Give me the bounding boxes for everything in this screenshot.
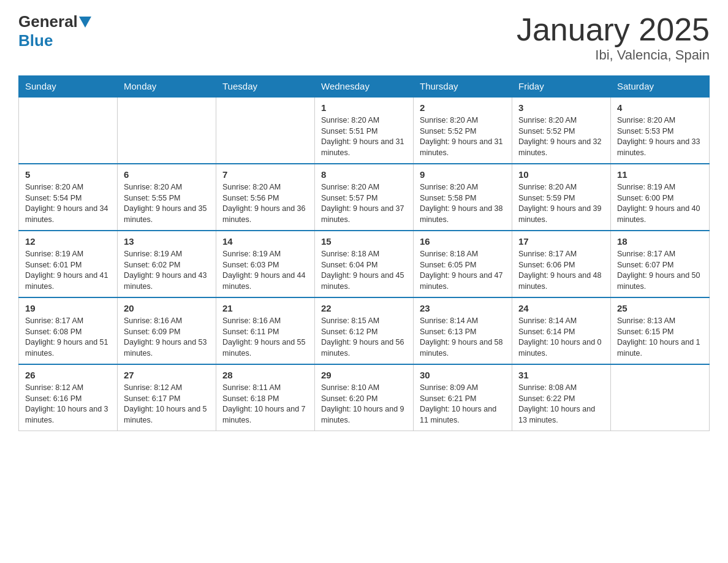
table-row: 22Sunrise: 8:15 AM Sunset: 6:12 PM Dayli… xyxy=(315,297,414,364)
day-info: Sunrise: 8:15 AM Sunset: 6:12 PM Dayligh… xyxy=(321,316,407,359)
day-number: 28 xyxy=(222,370,308,380)
table-row: 6Sunrise: 8:20 AM Sunset: 5:55 PM Daylig… xyxy=(118,164,216,231)
day-number: 26 xyxy=(25,370,111,380)
day-info: Sunrise: 8:17 AM Sunset: 6:07 PM Dayligh… xyxy=(617,249,703,292)
day-info: Sunrise: 8:14 AM Sunset: 6:14 PM Dayligh… xyxy=(518,316,604,359)
calendar-week-row: 5Sunrise: 8:20 AM Sunset: 5:54 PM Daylig… xyxy=(19,164,710,231)
title-block: January 2025 Ibi, Valencia, Spain xyxy=(517,12,710,63)
day-info: Sunrise: 8:19 AM Sunset: 6:01 PM Dayligh… xyxy=(25,249,111,292)
col-monday: Monday xyxy=(118,76,216,98)
day-number: 15 xyxy=(321,236,407,247)
table-row: 18Sunrise: 8:17 AM Sunset: 6:07 PM Dayli… xyxy=(611,231,710,297)
day-info: Sunrise: 8:10 AM Sunset: 6:20 PM Dayligh… xyxy=(321,383,407,426)
day-info: Sunrise: 8:20 AM Sunset: 5:51 PM Dayligh… xyxy=(321,115,407,158)
day-number: 25 xyxy=(617,303,703,313)
calendar-title: January 2025 xyxy=(517,12,710,47)
day-number: 10 xyxy=(518,169,604,180)
day-info: Sunrise: 8:18 AM Sunset: 6:05 PM Dayligh… xyxy=(420,249,506,292)
table-row xyxy=(611,364,710,431)
table-row: 15Sunrise: 8:18 AM Sunset: 6:04 PM Dayli… xyxy=(315,231,414,297)
day-info: Sunrise: 8:09 AM Sunset: 6:21 PM Dayligh… xyxy=(420,383,506,426)
day-number: 16 xyxy=(420,236,506,247)
day-number: 24 xyxy=(518,303,604,313)
day-info: Sunrise: 8:20 AM Sunset: 5:58 PM Dayligh… xyxy=(420,182,506,225)
day-info: Sunrise: 8:19 AM Sunset: 6:02 PM Dayligh… xyxy=(124,249,210,292)
day-number: 21 xyxy=(222,303,308,313)
day-number: 17 xyxy=(518,236,604,247)
day-number: 12 xyxy=(25,236,111,247)
table-row: 31Sunrise: 8:08 AM Sunset: 6:22 PM Dayli… xyxy=(512,364,611,431)
day-info: Sunrise: 8:08 AM Sunset: 6:22 PM Dayligh… xyxy=(518,383,604,426)
table-row: 13Sunrise: 8:19 AM Sunset: 6:02 PM Dayli… xyxy=(118,231,216,297)
day-number: 11 xyxy=(617,169,703,180)
table-row: 29Sunrise: 8:10 AM Sunset: 6:20 PM Dayli… xyxy=(315,364,414,431)
col-thursday: Thursday xyxy=(414,76,512,98)
day-info: Sunrise: 8:20 AM Sunset: 5:52 PM Dayligh… xyxy=(518,115,604,158)
day-info: Sunrise: 8:16 AM Sunset: 6:09 PM Dayligh… xyxy=(124,316,210,359)
day-info: Sunrise: 8:20 AM Sunset: 5:57 PM Dayligh… xyxy=(321,182,407,225)
table-row: 26Sunrise: 8:12 AM Sunset: 6:16 PM Dayli… xyxy=(19,364,118,431)
table-row: 1Sunrise: 8:20 AM Sunset: 5:51 PM Daylig… xyxy=(315,97,414,164)
calendar-week-row: 26Sunrise: 8:12 AM Sunset: 6:16 PM Dayli… xyxy=(19,364,710,431)
day-info: Sunrise: 8:14 AM Sunset: 6:13 PM Dayligh… xyxy=(420,316,506,359)
day-number: 6 xyxy=(124,169,210,180)
day-info: Sunrise: 8:12 AM Sunset: 6:17 PM Dayligh… xyxy=(124,383,210,426)
day-number: 30 xyxy=(420,370,506,380)
col-sunday: Sunday xyxy=(19,76,118,98)
calendar-table: Sunday Monday Tuesday Wednesday Thursday… xyxy=(18,75,710,431)
day-number: 31 xyxy=(518,370,604,380)
table-row: 11Sunrise: 8:19 AM Sunset: 6:00 PM Dayli… xyxy=(611,164,710,231)
table-row: 27Sunrise: 8:12 AM Sunset: 6:17 PM Dayli… xyxy=(118,364,216,431)
logo: General Blue xyxy=(18,12,93,50)
col-tuesday: Tuesday xyxy=(216,76,315,98)
day-number: 8 xyxy=(321,169,407,180)
day-number: 20 xyxy=(124,303,210,313)
day-info: Sunrise: 8:19 AM Sunset: 6:00 PM Dayligh… xyxy=(617,182,703,225)
calendar-week-row: 12Sunrise: 8:19 AM Sunset: 6:01 PM Dayli… xyxy=(19,231,710,297)
table-row: 2Sunrise: 8:20 AM Sunset: 5:52 PM Daylig… xyxy=(414,97,512,164)
table-row: 28Sunrise: 8:11 AM Sunset: 6:18 PM Dayli… xyxy=(216,364,315,431)
table-row xyxy=(19,97,118,164)
col-saturday: Saturday xyxy=(611,76,710,98)
calendar-week-row: 19Sunrise: 8:17 AM Sunset: 6:08 PM Dayli… xyxy=(19,297,710,364)
day-info: Sunrise: 8:16 AM Sunset: 6:11 PM Dayligh… xyxy=(222,316,308,359)
table-row: 14Sunrise: 8:19 AM Sunset: 6:03 PM Dayli… xyxy=(216,231,315,297)
page-header: General Blue January 2025 Ibi, Valencia,… xyxy=(18,12,710,63)
day-number: 23 xyxy=(420,303,506,313)
day-info: Sunrise: 8:12 AM Sunset: 6:16 PM Dayligh… xyxy=(25,383,111,426)
day-number: 29 xyxy=(321,370,407,380)
day-info: Sunrise: 8:11 AM Sunset: 6:18 PM Dayligh… xyxy=(222,383,308,426)
calendar-header-row: Sunday Monday Tuesday Wednesday Thursday… xyxy=(19,76,710,98)
table-row: 20Sunrise: 8:16 AM Sunset: 6:09 PM Dayli… xyxy=(118,297,216,364)
day-info: Sunrise: 8:13 AM Sunset: 6:15 PM Dayligh… xyxy=(617,316,703,359)
table-row: 30Sunrise: 8:09 AM Sunset: 6:21 PM Dayli… xyxy=(414,364,512,431)
day-number: 2 xyxy=(420,102,506,113)
table-row: 12Sunrise: 8:19 AM Sunset: 6:01 PM Dayli… xyxy=(19,231,118,297)
table-row: 4Sunrise: 8:20 AM Sunset: 5:53 PM Daylig… xyxy=(611,97,710,164)
day-info: Sunrise: 8:20 AM Sunset: 5:55 PM Dayligh… xyxy=(124,182,210,225)
table-row: 8Sunrise: 8:20 AM Sunset: 5:57 PM Daylig… xyxy=(315,164,414,231)
col-friday: Friday xyxy=(512,76,611,98)
day-number: 7 xyxy=(222,169,308,180)
day-info: Sunrise: 8:18 AM Sunset: 6:04 PM Dayligh… xyxy=(321,249,407,292)
table-row: 23Sunrise: 8:14 AM Sunset: 6:13 PM Dayli… xyxy=(414,297,512,364)
day-info: Sunrise: 8:19 AM Sunset: 6:03 PM Dayligh… xyxy=(222,249,308,292)
table-row: 5Sunrise: 8:20 AM Sunset: 5:54 PM Daylig… xyxy=(19,164,118,231)
day-number: 9 xyxy=(420,169,506,180)
day-number: 4 xyxy=(617,102,703,113)
day-info: Sunrise: 8:20 AM Sunset: 5:59 PM Dayligh… xyxy=(518,182,604,225)
table-row: 10Sunrise: 8:20 AM Sunset: 5:59 PM Dayli… xyxy=(512,164,611,231)
day-info: Sunrise: 8:17 AM Sunset: 6:08 PM Dayligh… xyxy=(25,316,111,359)
day-number: 5 xyxy=(25,169,111,180)
table-row: 24Sunrise: 8:14 AM Sunset: 6:14 PM Dayli… xyxy=(512,297,611,364)
day-number: 13 xyxy=(124,236,210,247)
table-row: 21Sunrise: 8:16 AM Sunset: 6:11 PM Dayli… xyxy=(216,297,315,364)
day-number: 19 xyxy=(25,303,111,313)
table-row: 16Sunrise: 8:18 AM Sunset: 6:05 PM Dayli… xyxy=(414,231,512,297)
day-info: Sunrise: 8:20 AM Sunset: 5:53 PM Dayligh… xyxy=(617,115,703,158)
logo-blue-text: Blue xyxy=(18,31,53,50)
table-row xyxy=(118,97,216,164)
calendar-subtitle: Ibi, Valencia, Spain xyxy=(517,47,710,63)
table-row: 17Sunrise: 8:17 AM Sunset: 6:06 PM Dayli… xyxy=(512,231,611,297)
day-number: 18 xyxy=(617,236,703,247)
